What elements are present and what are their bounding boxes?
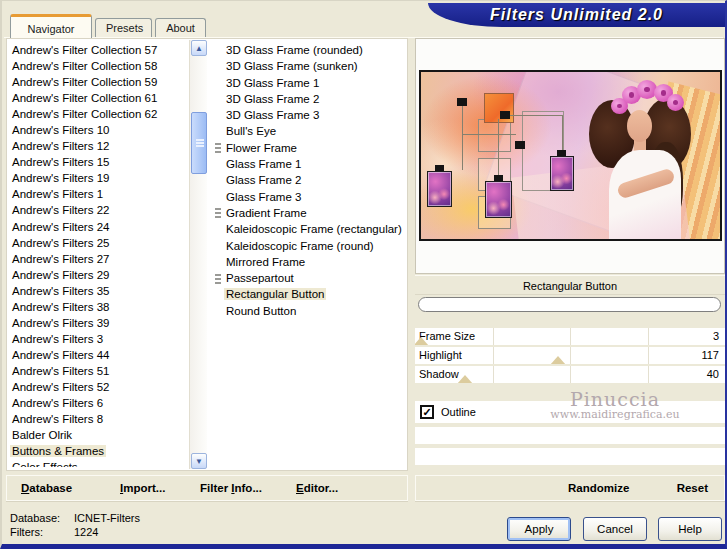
slider-value: 3 (713, 328, 719, 345)
preview-line (505, 115, 563, 116)
watermark-url: www.maidiregrafica.eu (510, 408, 720, 421)
scroll-up-icon[interactable]: ▲ (191, 40, 207, 56)
list-item[interactable]: Flower Frame (215, 140, 409, 156)
flower-icon (667, 94, 684, 111)
list-item-label: Passepartout (224, 272, 296, 284)
list-item[interactable]: Andrew's Filters 39 (10, 315, 188, 331)
list-item[interactable]: Andrew's Filter Collection 62 (10, 106, 188, 122)
list-item-label: 3D Glass Frame 3 (224, 109, 321, 121)
list-item[interactable]: Andrew's Filters 10 (10, 122, 188, 138)
slider-row[interactable]: Frame Size3 (415, 328, 725, 345)
scrollbar-thumb[interactable] (191, 112, 207, 174)
list-item[interactable]: Andrew's Filters 25 (10, 235, 188, 251)
list-item[interactable]: Andrew's Filters 27 (10, 251, 188, 267)
list-item[interactable]: 3D Glass Frame 3 (215, 107, 409, 123)
list-item-label: Andrew's Filters 3 (10, 333, 105, 345)
list-item-label: Andrew's Filter Collection 58 (10, 60, 159, 72)
slider-row[interactable]: Highlight117 (415, 347, 725, 364)
randomize-button[interactable]: Randomize (568, 476, 629, 500)
preview-line (462, 106, 463, 170)
list-item[interactable]: Passepartout (215, 270, 409, 286)
toolbar-right: Randomize Reset (415, 475, 725, 501)
list-item[interactable]: Andrew's Filter Collection 61 (10, 90, 188, 106)
list-item[interactable]: Round Button (215, 303, 409, 319)
list-item[interactable]: Bull's Eye (215, 123, 409, 139)
filter-info-button[interactable]: Filter Info... (200, 476, 262, 500)
slider-row[interactable]: Shadow40 (415, 366, 725, 383)
list-item[interactable]: 3D Glass Frame (rounded) (215, 42, 409, 58)
render-progress-bar (418, 297, 721, 312)
list-item[interactable]: Andrew's Filter Collection 58 (10, 58, 188, 74)
slider-marker[interactable] (457, 375, 473, 383)
list-item[interactable]: Andrew's Filters 3 (10, 331, 188, 347)
list-item[interactable]: Andrew's Filter Collection 59 (10, 74, 188, 90)
preview-node (457, 98, 467, 106)
list-item-label: 3D Glass Frame (rounded) (224, 44, 365, 56)
list-item[interactable]: Andrew's Filters 44 (10, 347, 188, 363)
list-item[interactable]: Andrew's Filters 1 (10, 186, 188, 202)
list-item[interactable]: Andrew's Filters 22 (10, 202, 188, 218)
status-bar: Database:ICNET-Filters Filters:1224 (10, 511, 140, 539)
list-item[interactable]: Andrew's Filters 8 (10, 411, 188, 427)
database-value: ICNET-Filters (74, 512, 140, 524)
tab-divider (4, 37, 723, 38)
list-item[interactable]: Color Effects (10, 459, 188, 467)
list-item[interactable]: Glass Frame 1 (215, 156, 409, 172)
list-item[interactable]: Mirrored Frame (215, 254, 409, 270)
list-item[interactable]: Glass Frame 2 (215, 172, 409, 188)
list-item-label: Round Button (224, 305, 298, 317)
list-item[interactable]: Andrew's Filters 15 (10, 154, 188, 170)
slider-label: Highlight (419, 347, 462, 364)
check-icon: ✓ (422, 406, 431, 418)
list-item-label: Andrew's Filters 19 (10, 172, 111, 184)
collection-list: Andrew's Filter Collection 57Andrew's Fi… (10, 42, 188, 467)
tab-presets[interactable]: Presets (95, 18, 152, 38)
tab-navigator[interactable]: Navigator (10, 14, 92, 38)
list-item[interactable]: 3D Glass Frame 1 (215, 75, 409, 91)
list-item[interactable]: Buttons & Frames (10, 443, 188, 459)
list-item[interactable]: Andrew's Filters 51 (10, 363, 188, 379)
slider-marker[interactable] (415, 337, 429, 345)
tab-about[interactable]: About (155, 18, 206, 38)
list-item[interactable]: Kaleidoscopic Frame (round) (215, 238, 409, 254)
list-item[interactable]: Rectangular Button (215, 286, 409, 302)
list-item[interactable]: Andrew's Filters 52 (10, 379, 188, 395)
list-item[interactable]: 3D Glass Frame (sunken) (215, 58, 409, 74)
list-item-label: Andrew's Filters 8 (10, 413, 105, 425)
slider-label: Shadow (419, 366, 459, 383)
slider-tick (648, 347, 649, 364)
list-item[interactable]: Andrew's Filters 38 (10, 299, 188, 315)
list-item[interactable]: Andrew's Filter Collection 57 (10, 42, 188, 58)
list-item[interactable]: Kaleidoscopic Frame (rectangular) (215, 221, 409, 237)
apply-button[interactable]: Apply (507, 517, 571, 541)
reset-button[interactable]: Reset (677, 476, 708, 500)
import-button[interactable]: Import... (120, 476, 165, 500)
list-item[interactable]: 3D Glass Frame 2 (215, 91, 409, 107)
list-item[interactable]: Andrew's Filters 6 (10, 395, 188, 411)
database-button[interactable]: Database (21, 476, 72, 500)
slider-marker[interactable] (550, 356, 566, 364)
list-item[interactable]: Andrew's Filters 19 (10, 170, 188, 186)
scroll-down-icon[interactable]: ▼ (191, 453, 207, 469)
slider-tick (648, 366, 649, 383)
list-item-label: Andrew's Filters 52 (10, 381, 111, 393)
list-item-label: Andrew's Filters 25 (10, 237, 111, 249)
outline-checkbox[interactable]: ✓ (420, 405, 434, 419)
list-item[interactable]: Glass Frame 3 (215, 189, 409, 205)
list-item[interactable]: Andrew's Filters 29 (10, 267, 188, 283)
slider-tick (648, 328, 649, 345)
list-item[interactable]: Andrew's Filters 24 (10, 219, 188, 235)
thumb-grip-icon (196, 139, 204, 141)
list-item[interactable]: Andrew's Filters 35 (10, 283, 188, 299)
list-item[interactable]: Balder Olrik (10, 427, 188, 443)
cancel-button[interactable]: Cancel (583, 517, 647, 541)
list-item[interactable]: Gradient Frame (215, 205, 409, 221)
list-item[interactable]: Andrew's Filters 12 (10, 138, 188, 154)
slider-value: 117 (701, 347, 719, 364)
list-item-label: Andrew's Filter Collection 57 (10, 44, 159, 56)
editor-button[interactable]: Editor... (296, 476, 338, 500)
preview-node (515, 141, 525, 149)
collection-scrollbar[interactable]: ▲ ▼ (189, 40, 207, 469)
help-button[interactable]: Help (658, 517, 722, 541)
list-item-label: Andrew's Filters 38 (10, 301, 111, 313)
